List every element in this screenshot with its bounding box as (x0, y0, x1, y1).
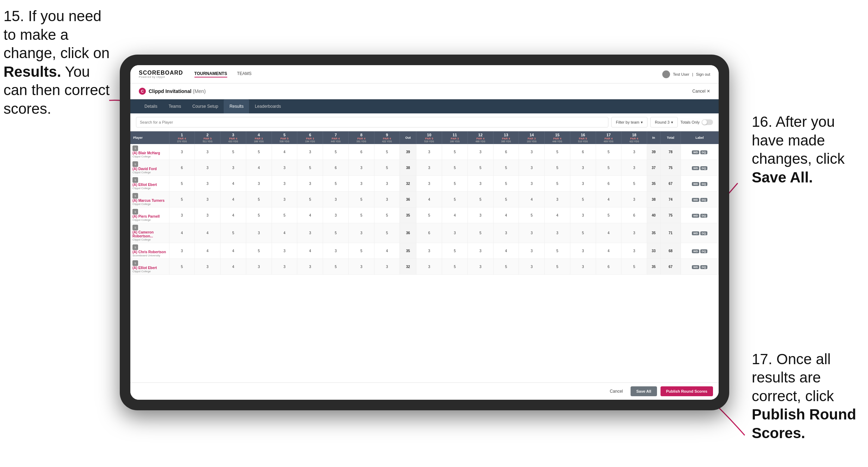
hole-1-score[interactable]: 3 (169, 207, 195, 223)
label-wd[interactable]: WD (692, 182, 699, 186)
hole-3-score[interactable]: 5 (221, 144, 246, 160)
hole-15-score[interactable]: 5 (545, 243, 570, 259)
hole-18-score[interactable]: 6 (621, 207, 647, 223)
hole-16-score[interactable]: 5 (570, 223, 596, 243)
label-dq[interactable]: DQ (700, 214, 707, 218)
hole-3-score[interactable]: 4 (221, 176, 246, 192)
hole-4-score[interactable]: 5 (246, 243, 272, 259)
cancel-button[interactable]: Cancel ✕ (692, 89, 710, 94)
hole-11-score[interactable]: 4 (442, 207, 468, 223)
hole-7-score[interactable]: 5 (323, 223, 349, 243)
hole-13-score[interactable]: 3 (493, 223, 519, 243)
hole-18-score[interactable]: 3 (621, 243, 647, 259)
hole-1-score[interactable]: 6 (169, 160, 195, 176)
hole-10-score[interactable]: 4 (416, 192, 442, 207)
hole-4-score[interactable]: 3 (246, 259, 272, 275)
label-dq[interactable]: DQ (700, 265, 707, 269)
hole-13-score[interactable]: 5 (493, 259, 519, 275)
hole-6-score[interactable]: 3 (297, 223, 323, 243)
hole-6-score[interactable]: 3 (297, 144, 323, 160)
hole-6-score[interactable]: 4 (297, 243, 323, 259)
save-all-button[interactable]: Save All (631, 386, 657, 396)
hole-11-score[interactable]: 5 (442, 243, 468, 259)
hole-5-score[interactable]: 3 (272, 160, 297, 176)
hole-8-score[interactable]: 5 (348, 207, 374, 223)
hole-9-score[interactable]: 3 (374, 259, 400, 275)
hole-16-score[interactable]: 3 (570, 160, 596, 176)
label-dq[interactable]: DQ (700, 198, 707, 202)
hole-11-score[interactable]: 5 (442, 176, 468, 192)
hole-6-score[interactable]: 3 (297, 176, 323, 192)
hole-7-score[interactable]: 5 (323, 176, 349, 192)
hole-12-score[interactable]: 3 (467, 144, 493, 160)
hole-3-score[interactable]: 4 (221, 243, 246, 259)
hole-3-score[interactable]: 4 (221, 207, 246, 223)
hole-15-score[interactable]: 3 (545, 192, 570, 207)
hole-9-score[interactable]: 4 (374, 243, 400, 259)
tab-teams[interactable]: Teams (163, 99, 187, 113)
hole-14-score[interactable]: 4 (519, 192, 545, 207)
hole-6-score[interactable]: 5 (297, 192, 323, 207)
hole-14-score[interactable]: 3 (519, 243, 545, 259)
hole-4-score[interactable]: 4 (246, 160, 272, 176)
hole-13-score[interactable]: 5 (493, 160, 519, 176)
toggle-switch[interactable] (702, 119, 713, 125)
label-dq[interactable]: DQ (700, 166, 707, 170)
hole-14-score[interactable]: 3 (519, 176, 545, 192)
hole-1-score[interactable]: 5 (169, 192, 195, 207)
hole-9-score[interactable]: 3 (374, 176, 400, 192)
label-wd[interactable]: WD (692, 249, 699, 253)
hole-15-score[interactable]: 5 (545, 144, 570, 160)
hole-8-score[interactable]: 3 (348, 176, 374, 192)
hole-14-score[interactable]: 3 (519, 144, 545, 160)
label-wd[interactable]: WD (692, 150, 699, 154)
hole-2-score[interactable]: 3 (195, 144, 221, 160)
hole-8-score[interactable]: 5 (348, 243, 374, 259)
hole-17-score[interactable]: 4 (596, 192, 621, 207)
hole-9-score[interactable]: 5 (374, 160, 400, 176)
hole-2-score[interactable]: 3 (195, 160, 221, 176)
hole-8-score[interactable]: 3 (348, 259, 374, 275)
hole-10-score[interactable]: 3 (416, 259, 442, 275)
hole-8-score[interactable]: 5 (348, 192, 374, 207)
hole-8-score[interactable]: 3 (348, 223, 374, 243)
hole-16-score[interactable]: 3 (570, 207, 596, 223)
label-dq[interactable]: DQ (700, 231, 707, 235)
hole-11-score[interactable]: 5 (442, 192, 468, 207)
hole-8-score[interactable]: 6 (348, 144, 374, 160)
hole-5-score[interactable]: 3 (272, 176, 297, 192)
hole-9-score[interactable]: 3 (374, 192, 400, 207)
hole-2-score[interactable]: 3 (195, 192, 221, 207)
totals-only-toggle[interactable]: Totals Only (681, 119, 713, 125)
publish-button[interactable]: Publish Round Scores (661, 386, 713, 396)
hole-17-score[interactable]: 6 (596, 259, 621, 275)
cancel-footer-button[interactable]: Cancel (606, 387, 627, 396)
hole-16-score[interactable]: 3 (570, 176, 596, 192)
hole-6-score[interactable]: 5 (297, 160, 323, 176)
hole-18-score[interactable]: 5 (621, 176, 647, 192)
label-wd[interactable]: WD (692, 265, 699, 269)
label-dq[interactable]: DQ (700, 150, 707, 154)
hole-10-score[interactable]: 3 (416, 243, 442, 259)
hole-2-score[interactable]: 3 (195, 176, 221, 192)
hole-2-score[interactable]: 4 (195, 223, 221, 243)
hole-11-score[interactable]: 5 (442, 144, 468, 160)
hole-12-score[interactable]: 3 (467, 207, 493, 223)
hole-9-score[interactable]: 5 (374, 207, 400, 223)
hole-7-score[interactable]: 3 (323, 243, 349, 259)
tab-course-setup[interactable]: Course Setup (187, 99, 224, 113)
hole-12-score[interactable]: 3 (467, 259, 493, 275)
hole-4-score[interactable]: 3 (246, 223, 272, 243)
hole-7-score[interactable]: 3 (323, 192, 349, 207)
hole-18-score[interactable]: 3 (621, 160, 647, 176)
hole-15-score[interactable]: 5 (545, 160, 570, 176)
hole-16-score[interactable]: 5 (570, 192, 596, 207)
hole-2-score[interactable]: 3 (195, 207, 221, 223)
hole-11-score[interactable]: 5 (442, 160, 468, 176)
hole-4-score[interactable]: 3 (246, 176, 272, 192)
hole-16-score[interactable]: 3 (570, 243, 596, 259)
hole-6-score[interactable]: 3 (297, 259, 323, 275)
hole-13-score[interactable]: 5 (493, 192, 519, 207)
tab-leaderboards[interactable]: Leaderboards (249, 99, 286, 113)
hole-5-score[interactable]: 5 (272, 207, 297, 223)
